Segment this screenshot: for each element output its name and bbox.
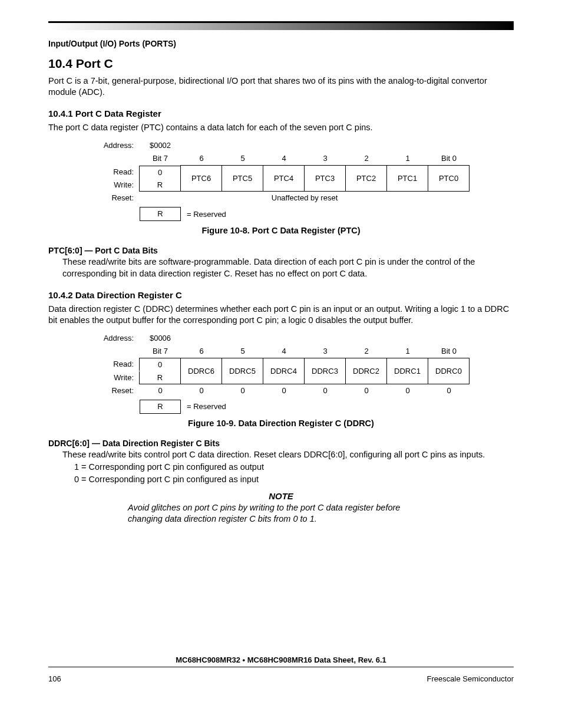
- bit-cell: DDRC3: [304, 358, 346, 384]
- bit-header: 1: [387, 345, 428, 358]
- reset-value: 0: [428, 384, 470, 397]
- reserved-text: = Reserved: [181, 402, 470, 411]
- bit-cell: DDRC1: [386, 358, 428, 384]
- bit7-write: R: [139, 371, 181, 384]
- bit-header: Bit 0: [428, 152, 470, 165]
- bit-header: 2: [346, 345, 387, 358]
- figure-caption: Figure 10-9. Data Direction Register C (…: [92, 419, 470, 428]
- reset-value: 0: [140, 384, 181, 397]
- subsection-heading: 10.4.2 Data Direction Register C: [48, 290, 514, 300]
- bit7-read: 0: [139, 358, 181, 371]
- subsection-heading: 10.4.1 Port C Data Register: [48, 108, 514, 118]
- register-figure-ptc: Address: $0002 Bit 7 6 5 4 3 2 1 Bit 0 R…: [92, 139, 470, 235]
- bit7-read: 0: [139, 166, 181, 179]
- reserved-symbol: R: [140, 207, 181, 221]
- register-figure-ddrc: Address: $0006 Bit 7 6 5 4 3 2 1 Bit 0 R…: [92, 332, 470, 428]
- bit-header: 2: [346, 152, 387, 165]
- subsection-body: The port C data register (PTC) contains …: [48, 122, 514, 133]
- bit-header: 1: [387, 152, 428, 165]
- bit-header: 3: [305, 152, 346, 165]
- reset-value: 0: [222, 384, 263, 397]
- footer-doc-title: MC68HC908MR32 • MC68HC908MR16 Data Sheet…: [0, 655, 562, 664]
- bit-cell: PTC6: [180, 165, 222, 192]
- bit-header: 4: [263, 345, 305, 358]
- page-content: 10.4 Port C Port C is a 7-bit, general-p…: [48, 54, 514, 524]
- bit-cell: PTC1: [386, 165, 428, 192]
- bit-cell: PTC2: [345, 165, 387, 192]
- write-label: Write:: [92, 179, 140, 192]
- footer-vendor: Freescale Semiconductor: [427, 674, 514, 683]
- bit-cell: PTC3: [304, 165, 346, 192]
- reset-value: Unaffected by reset: [140, 192, 470, 205]
- field-desc: These read/write bits are software-progr…: [62, 256, 514, 279]
- bit-cell: DDRC5: [222, 358, 263, 384]
- bit-header: 4: [263, 152, 305, 165]
- address-value: $0006: [140, 332, 181, 345]
- bit-cell: DDRC6: [180, 358, 222, 384]
- footer-rule: [48, 667, 514, 667]
- reset-value: 0: [387, 384, 428, 397]
- bit-cell: DDRC0: [428, 358, 470, 384]
- read-label: Read:: [92, 166, 140, 179]
- note-title: NOTE: [48, 491, 514, 501]
- reset-value: 0: [305, 384, 346, 397]
- bit-cell: PTC0: [428, 165, 470, 192]
- page-number: 106: [48, 674, 61, 683]
- figure-caption: Figure 10-8. Port C Data Register (PTC): [92, 226, 470, 235]
- bit-header: 6: [181, 152, 222, 165]
- page-top-rule: [48, 21, 514, 30]
- reserved-symbol: R: [140, 400, 181, 414]
- reset-label: Reset:: [92, 384, 140, 397]
- bit-header: 6: [181, 345, 222, 358]
- field-desc: These read/write bits control port C dat…: [62, 449, 514, 460]
- address-value: $0002: [140, 139, 181, 152]
- bit7-write: R: [139, 179, 181, 192]
- reserved-text: = Reserved: [181, 210, 470, 219]
- address-label: Address:: [92, 139, 140, 152]
- field-option: 0 = Corresponding port C pin configured …: [74, 474, 514, 485]
- bit-header: 5: [222, 152, 263, 165]
- address-label: Address:: [92, 332, 140, 345]
- bit-cell: DDRC4: [263, 358, 305, 384]
- field-option: 1 = Corresponding port C pin configured …: [74, 462, 514, 473]
- write-label: Write:: [92, 371, 140, 384]
- bit-header: Bit 7: [140, 152, 181, 165]
- reset-value: 0: [263, 384, 305, 397]
- subsection-body: Data direction register C (DDRC) determi…: [48, 304, 514, 326]
- bit-header: Bit 7: [140, 345, 181, 358]
- reset-label: Reset:: [92, 192, 140, 205]
- reset-value: 0: [181, 384, 222, 397]
- bit-header: 3: [305, 345, 346, 358]
- bit-header: 5: [222, 345, 263, 358]
- bit-cell: PTC4: [263, 165, 305, 192]
- bit-cell: PTC5: [222, 165, 263, 192]
- read-label: Read:: [92, 358, 140, 371]
- section-intro: Port C is a 7-bit, general-purpose, bidi…: [48, 75, 514, 98]
- field-name: PTC[6:0] — Port C Data Bits: [48, 246, 514, 255]
- bit-header: Bit 0: [428, 345, 470, 358]
- section-heading: 10.4 Port C: [48, 57, 514, 71]
- reset-value: 0: [346, 384, 387, 397]
- bit-cell: DDRC2: [345, 358, 387, 384]
- note-body: Avoid glitches on port C pins by writing…: [128, 502, 434, 525]
- field-name: DDRC[6:0] — Data Direction Register C Bi…: [48, 439, 514, 448]
- running-header: Input/Output (I/O) Ports (PORTS): [48, 39, 176, 48]
